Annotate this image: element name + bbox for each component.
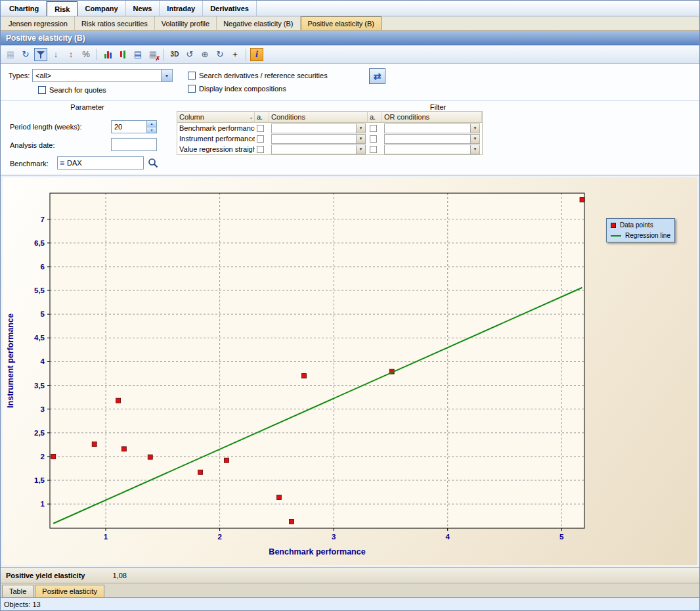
main-tab-risk[interactable]: Risk xyxy=(47,1,77,16)
rotate-left-icon[interactable]: ↺ xyxy=(183,48,196,61)
spinner-down-icon[interactable]: ▼ xyxy=(147,127,156,133)
analysis-date-label: Analysis date: xyxy=(10,141,55,149)
filter-row-name[interactable]: Instrument performance xyxy=(177,133,255,144)
main-tab-intraday[interactable]: Intraday xyxy=(160,1,203,16)
checkbox-label: Search derivatives / reference securitie… xyxy=(199,72,328,79)
benchmark-search-icon[interactable] xyxy=(146,156,160,170)
checkbox-box[interactable] xyxy=(38,86,46,94)
chevron-down-icon[interactable]: ▼ xyxy=(356,124,365,133)
security-list-icon: ≡ xyxy=(60,158,64,168)
legend-item-regression-line[interactable]: Regression line xyxy=(611,232,670,239)
svg-text:3: 3 xyxy=(332,533,336,541)
or-conditions-select[interactable]: ▼ xyxy=(384,145,480,154)
main-menu-bar: ChartingRiskCompanyNewsIntradayDerivativ… xyxy=(1,1,699,16)
chart-legend[interactable]: Data pointsRegression line xyxy=(606,218,675,242)
period-length-label: Period length (weeks): xyxy=(10,123,81,131)
info-icon[interactable]: i xyxy=(250,48,263,61)
period-length-value: 20 xyxy=(112,121,146,133)
spinner-up-icon[interactable]: ▲ xyxy=(147,121,156,127)
filter-column-header-a[interactable]: a. xyxy=(255,112,269,123)
checkbox-box[interactable] xyxy=(188,72,196,79)
view-tab-table[interactable]: Table xyxy=(2,585,33,597)
scale-icon[interactable]: % xyxy=(79,48,93,61)
svg-text:Benchmark performance: Benchmark performance xyxy=(269,547,365,556)
condition-checkbox[interactable] xyxy=(257,135,264,143)
main-tab-charting[interactable]: Charting xyxy=(2,1,47,16)
filter-row-name[interactable]: Benchmark performance xyxy=(177,123,255,133)
report-icon[interactable]: ▤ xyxy=(131,48,144,61)
chevron-down-icon[interactable]: ▼ xyxy=(161,70,172,81)
result-bar: Positive yield elasticity 1,08 xyxy=(1,567,699,583)
or-checkbox[interactable] xyxy=(370,125,377,132)
export-chart-icon[interactable]: ↓ xyxy=(49,48,62,61)
legend-line-swatch xyxy=(611,235,621,237)
svg-text:2,5: 2,5 xyxy=(34,429,45,437)
or-conditions-select[interactable]: ▼ xyxy=(384,124,480,133)
refresh-arrows-icon: ⇄ xyxy=(374,71,382,81)
main-tab-company[interactable]: Company xyxy=(77,1,125,16)
filter-column-header-column[interactable]: Column▴ xyxy=(177,112,255,123)
svg-text:1: 1 xyxy=(41,500,45,508)
condition-checkbox[interactable] xyxy=(257,146,264,153)
main-tab-news[interactable]: News xyxy=(126,1,160,16)
filter-row: Benchmark performance▼▼ xyxy=(177,123,482,133)
pin-chart-icon[interactable]: ⊕ xyxy=(198,48,211,61)
filter-column-header-conditions[interactable]: Conditions xyxy=(269,112,368,123)
chevron-down-icon[interactable]: ▼ xyxy=(470,145,479,154)
parameter-filter-panel: Parameter Filter Period length (weeks): … xyxy=(1,101,699,175)
subtab-positive-elasticity-b[interactable]: Positive elasticity (B) xyxy=(301,16,382,30)
toolbar-separator xyxy=(164,49,164,60)
chevron-down-icon[interactable]: ▼ xyxy=(470,124,479,133)
search-quotes-checkbox[interactable]: Search for quotes xyxy=(38,85,106,95)
or-conditions-select[interactable]: ▼ xyxy=(384,134,480,144)
period-length-input[interactable]: 20 ▲▼ xyxy=(111,120,157,133)
chevron-down-icon[interactable]: ▼ xyxy=(356,145,365,154)
result-label: Positive yield elasticity xyxy=(6,572,85,579)
svg-text:5: 5 xyxy=(41,310,45,318)
checkbox-label: Display index compositions xyxy=(199,85,286,93)
display-index-checkbox[interactable]: Display index compositions xyxy=(188,84,286,93)
main-tab-derivatives[interactable]: Derivatives xyxy=(203,1,257,16)
candlestick-chart-icon[interactable] xyxy=(116,48,129,61)
checkbox-box[interactable] xyxy=(188,85,196,93)
filter-icon[interactable] xyxy=(34,48,47,61)
benchmark-value: DAX xyxy=(67,159,82,167)
subtab-jensen-regression[interactable]: Jensen regression xyxy=(2,16,75,30)
benchmark-input[interactable]: ≡ DAX xyxy=(57,156,144,170)
view-tab-positive-elasticity[interactable]: Positive elasticity xyxy=(35,585,104,597)
condition-checkbox[interactable] xyxy=(257,125,264,132)
search-derivatives-checkbox[interactable]: Search derivatives / reference securitie… xyxy=(188,71,328,80)
conditions-select[interactable]: ▼ xyxy=(271,145,366,154)
refresh-icon[interactable]: ↻ xyxy=(19,48,32,61)
svg-text:4: 4 xyxy=(446,533,450,541)
save-icon[interactable]: ▦ xyxy=(4,48,17,61)
rotate-right-icon[interactable]: ↻ xyxy=(213,48,227,61)
legend-item-data-points[interactable]: Data points xyxy=(611,221,670,229)
bar-chart-icon[interactable] xyxy=(101,48,114,61)
types-select[interactable]: <all> ▼ xyxy=(32,69,173,82)
filter-column-header-or-conditions[interactable]: OR conditions xyxy=(382,112,482,123)
crosshair-icon[interactable]: + xyxy=(229,48,242,61)
start-search-button[interactable]: ⇄ xyxy=(369,68,385,84)
filter-row-name[interactable]: Value regression straight xyxy=(177,144,255,154)
svg-text:2: 2 xyxy=(41,453,45,461)
sort-icon[interactable]: ↕ xyxy=(64,48,77,61)
or-checkbox[interactable] xyxy=(370,146,377,153)
filter-column-header-a[interactable]: a. xyxy=(368,112,382,123)
svg-text:3,5: 3,5 xyxy=(34,382,45,390)
conditions-select[interactable]: ▼ xyxy=(271,134,366,144)
subtab-negative-elasticity-b[interactable]: Negative elasticity (B) xyxy=(217,16,300,30)
or-checkbox[interactable] xyxy=(370,135,377,143)
3d-chart-icon[interactable]: 3D xyxy=(168,48,181,61)
subtab-risk-ratios-securities[interactable]: Risk ratios securities xyxy=(75,16,155,30)
legend-label: Data points xyxy=(620,221,653,229)
chevron-down-icon[interactable]: ▼ xyxy=(356,135,365,143)
checkbox-label: Search for quotes xyxy=(49,86,106,94)
analysis-date-input[interactable] xyxy=(111,138,157,151)
benchmark-label: Benchmark: xyxy=(10,160,49,168)
conditions-select[interactable]: ▼ xyxy=(271,124,366,133)
subtab-volatility-profile[interactable]: Volatility profile xyxy=(155,16,217,30)
spinner-buttons[interactable]: ▲▼ xyxy=(146,121,156,133)
delete-table-icon[interactable]: ▦ xyxy=(146,48,160,61)
chevron-down-icon[interactable]: ▼ xyxy=(470,135,479,143)
